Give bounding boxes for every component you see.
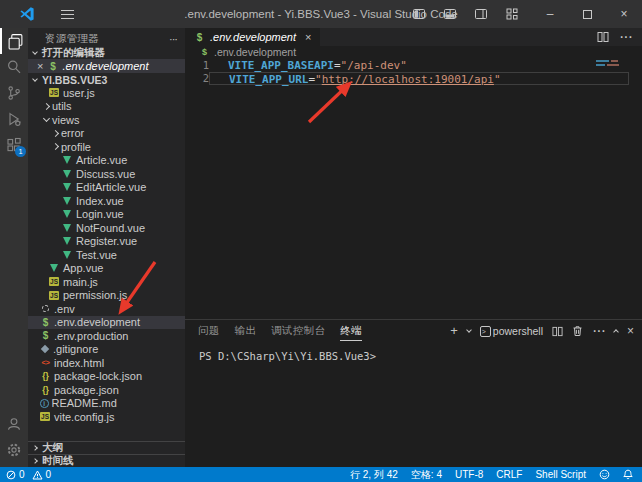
tree-file-index.html[interactable]: <>index.html	[28, 356, 185, 370]
panel-tab-问题[interactable]: 问题	[198, 321, 220, 341]
source-control-icon[interactable]	[0, 80, 28, 106]
explorer-sidebar: 资源管理器 ··· 打开的编辑器 × $ .env.development YI…	[28, 28, 185, 467]
menu-hamburger-icon[interactable]	[61, 10, 74, 19]
tree-file-.env[interactable]: .env	[28, 302, 185, 316]
editor-more-actions-icon[interactable]: ···	[619, 28, 632, 46]
tree-file-NotFound.vue[interactable]: NotFound.vue	[28, 221, 185, 235]
tree-file-README.md[interactable]: iREADME.md	[28, 397, 185, 411]
terminal-prompt: PS D:\CSharp\Yi\Yi.BBS.Vue3>	[199, 350, 376, 362]
language-mode[interactable]: Shell Script	[535, 469, 586, 480]
split-terminal-icon[interactable]	[552, 326, 563, 337]
tree-file-.env.production[interactable]: $.env.production	[28, 329, 185, 343]
maximize-panel-icon[interactable]	[613, 329, 619, 335]
tree-item-label: .env.production	[54, 330, 128, 342]
terminal-content[interactable]: PS D:\CSharp\Yi\Yi.BBS.Vue3>	[185, 342, 642, 467]
notifications-bell-icon[interactable]	[623, 469, 633, 480]
close-panel-icon[interactable]: ×	[627, 324, 634, 338]
account-icon[interactable]	[0, 411, 28, 437]
tree-item-label: views	[52, 114, 80, 126]
settings-gear-icon[interactable]	[0, 437, 28, 463]
chevron-right-icon	[52, 143, 59, 150]
tree-file-package-lock.json[interactable]: {}package-lock.json	[28, 370, 185, 384]
project-name: YI.BBS.VUE3	[42, 74, 107, 86]
minimize-button[interactable]: –	[544, 8, 556, 20]
toggle-secondary-sidebar-icon[interactable]	[474, 7, 488, 21]
close-icon[interactable]: ×	[37, 60, 43, 72]
timeline-section[interactable]: 时间线	[28, 454, 185, 467]
json-file-icon: {}	[40, 371, 51, 381]
explorer-icon[interactable]	[0, 28, 28, 54]
tree-file-Register.vue[interactable]: Register.vue	[28, 235, 185, 249]
tree-file-vite.config.js[interactable]: JSvite.config.js	[28, 410, 185, 424]
terminal-dropdown-icon[interactable]	[466, 327, 472, 333]
panel-more-actions-icon[interactable]: ···	[592, 322, 605, 340]
shell-file-icon: $	[194, 32, 205, 43]
tree-file-Index.vue[interactable]: Index.vue	[28, 194, 185, 208]
encoding[interactable]: UTF-8	[455, 469, 483, 480]
tree-file-Article.vue[interactable]: Article.vue	[28, 154, 185, 168]
maximize-button[interactable]	[581, 8, 593, 20]
panel-tab-输出[interactable]: 输出	[235, 321, 257, 341]
open-editor-item[interactable]: × $ .env.development	[28, 59, 185, 73]
panel-tab-调试控制台[interactable]: 调试控制台	[271, 321, 325, 341]
feedback-smiley-icon[interactable]	[599, 469, 610, 480]
extensions-icon[interactable]: 1	[0, 132, 28, 158]
vue-file-icon	[63, 170, 71, 178]
code-lines: 1VITE_APP_BASEAPI="/api-dev"2VITE_APP_UR…	[185, 59, 642, 85]
chevron-right-icon	[32, 445, 38, 451]
toggle-sidebar-icon[interactable]	[412, 7, 426, 21]
json-file-icon: {}	[40, 385, 51, 395]
code-line-1[interactable]: 1VITE_APP_BASEAPI="/api-dev"	[185, 59, 642, 72]
tree-item-label: package.json	[54, 384, 119, 396]
minimap[interactable]	[596, 60, 626, 68]
tree-file-Test.vue[interactable]: Test.vue	[28, 248, 185, 262]
code-line-2[interactable]: 2VITE_APP_URL="http://localhost:19001/ap…	[185, 72, 642, 85]
tree-folder-error[interactable]: error	[28, 127, 185, 141]
line-content: VITE_APP_BASEAPI="/api-dev"	[209, 59, 629, 72]
url-link[interactable]: http://localhost:19001/api	[322, 73, 494, 86]
tree-item-label: .env	[54, 303, 75, 315]
tab-env-development[interactable]: $ .env.development ×	[185, 28, 320, 46]
split-editor-icon[interactable]	[597, 31, 609, 43]
tree-file-.env.development[interactable]: $.env.development	[28, 316, 185, 330]
kill-terminal-trash-icon[interactable]	[572, 325, 583, 337]
tree-file-App.vue[interactable]: App.vue	[28, 262, 185, 276]
tree-file-main.js[interactable]: JSmain.js	[28, 275, 185, 289]
tree-folder-utils[interactable]: utils	[28, 100, 185, 114]
tree-folder-profile[interactable]: profile	[28, 140, 185, 154]
open-editors-label: 打开的编辑器	[42, 46, 105, 60]
terminal-shell-selector[interactable]: > powershell	[480, 325, 543, 337]
js-file-icon: JS	[49, 277, 59, 286]
tree-file-permission.js[interactable]: JSpermission.js	[28, 289, 185, 303]
sidebar-more-actions-icon[interactable]: ···	[169, 33, 177, 45]
vue-file-icon	[63, 156, 71, 164]
close-tab-icon[interactable]: ×	[305, 31, 311, 43]
tree-file-Login.vue[interactable]: Login.vue	[28, 208, 185, 222]
activity-bar: 1	[0, 28, 28, 467]
code-editor[interactable]: 1VITE_APP_BASEAPI="/api-dev"2VITE_APP_UR…	[185, 58, 642, 319]
new-terminal-icon[interactable]: +	[450, 326, 458, 336]
run-debug-icon[interactable]	[0, 106, 28, 132]
tree-file-Discuss.vue[interactable]: Discuss.vue	[28, 167, 185, 181]
outline-section[interactable]: 大纲	[28, 441, 185, 454]
sidebar-title: 资源管理器	[45, 32, 99, 46]
indentation[interactable]: 空格: 4	[411, 468, 442, 482]
tree-file-package.json[interactable]: {}package.json	[28, 383, 185, 397]
project-section[interactable]: YI.BBS.VUE3	[28, 73, 185, 86]
toggle-panel-icon[interactable]	[443, 7, 457, 21]
breadcrumb-file: .env.development	[214, 46, 296, 58]
close-window-button[interactable]: ×	[618, 8, 630, 20]
cursor-position[interactable]: 行 2, 列 42	[350, 468, 398, 482]
tree-file-.gitignore[interactable]: .gitignore	[28, 343, 185, 357]
problems-status[interactable]: 0 0	[0, 469, 51, 480]
panel-tab-终端[interactable]: 终端	[340, 321, 362, 341]
open-editors-section[interactable]: 打开的编辑器	[28, 46, 185, 59]
tree-folder-views[interactable]: views	[28, 113, 185, 127]
search-icon[interactable]	[0, 54, 28, 80]
breadcrumb[interactable]: $ .env.development	[185, 46, 642, 58]
tree-file-EditArticle.vue[interactable]: EditArticle.vue	[28, 181, 185, 195]
eol-sequence[interactable]: CRLF	[496, 469, 522, 480]
warning-triangle-icon	[32, 470, 43, 480]
tree-file-user.js[interactable]: JSuser.js	[28, 86, 185, 100]
customize-layout-icon[interactable]	[505, 7, 519, 21]
